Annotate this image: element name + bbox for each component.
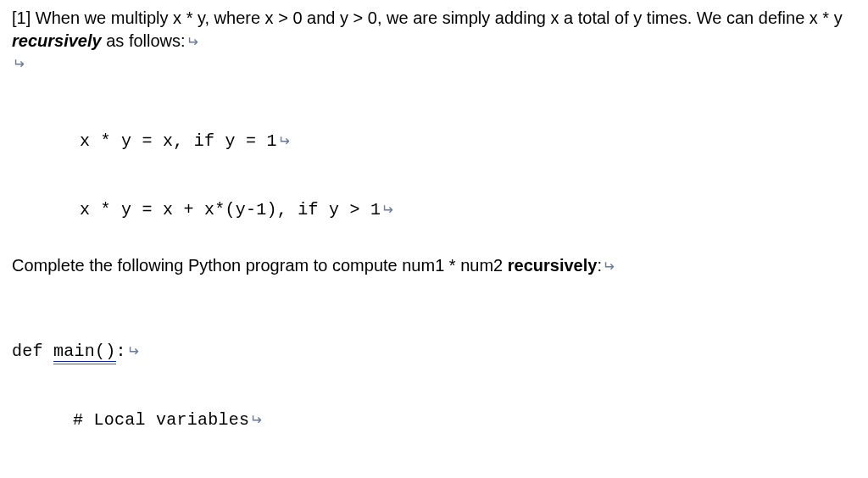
para2-suffix: : xyxy=(597,256,602,275)
definition-block: x * y = x, if y = 1↵ x * y = x + x*(y-1)… xyxy=(80,84,856,244)
definition-line-2: x * y = x + x*(y-1), if y > 1↵ xyxy=(80,198,856,221)
def-name: main() xyxy=(53,342,116,362)
para1-suffix: as follows: xyxy=(102,31,186,50)
pilcrow-icon: ↵ xyxy=(381,201,393,220)
blank-line-1: ↵ xyxy=(12,53,856,75)
para1-emphasis: recursively xyxy=(12,31,102,50)
pilcrow-icon: ↵ xyxy=(603,258,615,277)
pilcrow-icon: ↵ xyxy=(250,411,262,431)
python-code-block: def main():↵ # Local variables↵ num1 = 0… xyxy=(12,294,856,478)
instruction-paragraph-2: Complete the following Python program to… xyxy=(12,254,856,277)
pilcrow-icon: ↵ xyxy=(13,55,25,75)
para2-prefix: Complete the following Python program to… xyxy=(12,256,508,275)
pilcrow-icon: ↵ xyxy=(278,132,290,152)
pilcrow-icon: ↵ xyxy=(186,33,198,53)
para1-prefix: [1] When we multiply x * y, where x > 0 … xyxy=(12,8,843,27)
comment-local-vars: # Local variables↵ xyxy=(12,409,856,431)
definition-line-1: x * y = x, if y = 1↵ xyxy=(80,130,856,153)
pilcrow-icon: ↵ xyxy=(127,342,139,362)
def-line: def main():↵ xyxy=(12,340,856,363)
instruction-paragraph-1: [1] When we multiply x * y, where x > 0 … xyxy=(12,7,856,53)
para2-emphasis: recursively xyxy=(508,256,598,275)
